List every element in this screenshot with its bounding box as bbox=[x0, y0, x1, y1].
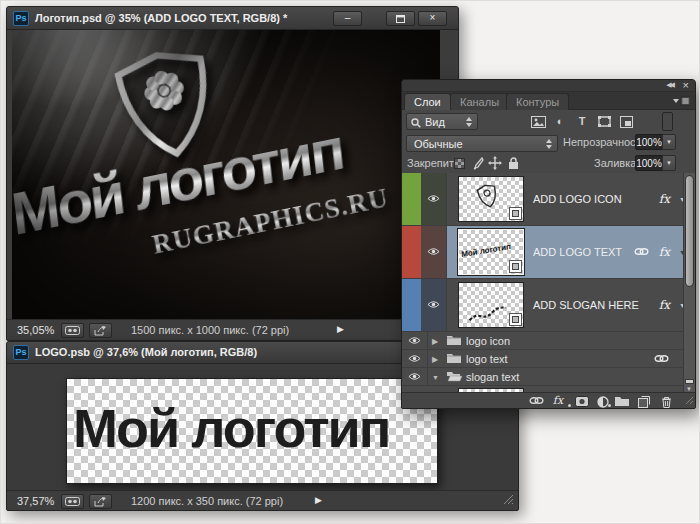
filter-pixel-layers-button[interactable] bbox=[529, 114, 547, 129]
layer-fx-indicator[interactable]: fx bbox=[659, 298, 670, 312]
new-group-button[interactable] bbox=[612, 394, 632, 408]
tab-paths[interactable]: Контуры bbox=[506, 93, 569, 110]
panel-close-icon[interactable]: × bbox=[683, 79, 689, 91]
visibility-cell[interactable] bbox=[421, 279, 447, 331]
filter-adjustment-layers-button[interactable]: ◐ bbox=[551, 114, 569, 129]
logo-text-black: Мой логотип bbox=[73, 397, 389, 459]
tab-channels[interactable]: Каналы bbox=[450, 93, 509, 110]
minibridge-button[interactable] bbox=[61, 323, 84, 338]
search-icon bbox=[411, 118, 421, 128]
layer-row-add-logo-icon[interactable]: ADD LOGO ICON fx ▼ bbox=[402, 173, 695, 226]
visibility-cell[interactable] bbox=[402, 332, 428, 349]
share-button[interactable] bbox=[89, 494, 112, 509]
layer-color-label bbox=[402, 226, 421, 278]
filter-toggle[interactable] bbox=[662, 112, 673, 131]
layer-thumbnail[interactable]: Мой логотип bbox=[458, 229, 524, 275]
group-expand-icon[interactable]: ▶ bbox=[432, 354, 438, 363]
adj-menu-dot bbox=[608, 404, 611, 407]
layer-name: ADD LOGO TEXT bbox=[533, 246, 622, 258]
smart-object-badge bbox=[509, 313, 522, 326]
layers-scrollbar[interactable]: ▼ bbox=[683, 173, 695, 392]
close-button[interactable]: × bbox=[418, 11, 447, 26]
maximize-button[interactable] bbox=[386, 11, 415, 26]
zoom-level-field[interactable]: 35,05% bbox=[17, 324, 54, 336]
window2-title: LOGO.psb @ 37,6% (Мой логотип, RGB/8) bbox=[35, 346, 257, 358]
group-expand-icon[interactable]: ▶ bbox=[432, 336, 438, 345]
photoshop-app-icon: Ps bbox=[13, 11, 29, 26]
layer-fx-indicator[interactable]: fx bbox=[659, 245, 670, 259]
lock-row: Закрепить: Заливка: 100% ▼ bbox=[402, 155, 695, 173]
window-resize-grip[interactable] bbox=[503, 494, 514, 507]
visibility-cell[interactable] bbox=[421, 173, 447, 225]
lock-position-icon[interactable] bbox=[488, 156, 502, 170]
open-folder-icon bbox=[446, 370, 463, 384]
layer-fx-indicator[interactable]: fx bbox=[659, 192, 670, 206]
share-button[interactable] bbox=[89, 323, 112, 338]
document2-dimensions: 1200 пикс. x 350 пикс. (72 ppi) bbox=[131, 495, 283, 507]
eye-icon bbox=[427, 300, 440, 309]
group-name: slogan text bbox=[466, 371, 519, 383]
visibility-cell[interactable] bbox=[402, 368, 428, 385]
group-row-slogan-text[interactable]: ▼ slogan text bbox=[402, 368, 695, 386]
minimize-button[interactable]: – bbox=[333, 11, 362, 26]
visibility-cell[interactable] bbox=[421, 226, 447, 278]
window1-statusbar: 35,05% 1500 пикс. x 1000 пикс. (72 ppi) … bbox=[7, 319, 458, 340]
eye-icon bbox=[427, 194, 440, 203]
layers-bottom-toolbar: fx bbox=[402, 392, 695, 408]
link-layers-button[interactable] bbox=[526, 394, 546, 408]
vignette bbox=[12, 30, 440, 320]
panel-header-bar[interactable]: ◀◀ × bbox=[402, 80, 695, 92]
new-layer-button[interactable] bbox=[634, 394, 654, 408]
filter-type-layers-button[interactable]: T bbox=[573, 114, 591, 129]
collapse-to-icons-icon[interactable]: ◀◀ bbox=[666, 81, 673, 89]
scrollbar-end bbox=[685, 379, 694, 384]
group-row-logo-icon[interactable]: ▶ logo icon bbox=[402, 332, 695, 350]
layer-color-label bbox=[402, 173, 421, 225]
eye-icon bbox=[408, 354, 421, 363]
fill-value-field[interactable]: 100% bbox=[635, 155, 663, 171]
layer-row-add-logo-text[interactable]: Мой логотип ADD LOGO TEXT fx ▼ bbox=[402, 226, 695, 279]
shield-thumb-icon bbox=[474, 181, 502, 213]
layer-thumbnail[interactable] bbox=[458, 282, 524, 328]
link-icon bbox=[634, 246, 649, 258]
lock-all-icon[interactable] bbox=[508, 156, 519, 170]
delete-layer-button[interactable] bbox=[656, 394, 676, 408]
fill-dropdown-arrow[interactable]: ▼ bbox=[662, 155, 676, 171]
tab-layers[interactable]: Слои bbox=[404, 93, 451, 110]
document-window-logotip: Ps Логотип.psd @ 35% (ADD LOGO TEXT, RGB… bbox=[6, 6, 459, 341]
blend-mode-dropdown[interactable]: Обычные bbox=[406, 135, 558, 152]
filter-kind-dropdown[interactable]: Вид bbox=[406, 113, 478, 130]
screenshot-root: Ps Логотип.psd @ 35% (ADD LOGO TEXT, RGB… bbox=[0, 0, 700, 524]
visibility-cell[interactable] bbox=[402, 350, 428, 367]
filter-shape-layers-button[interactable] bbox=[595, 114, 613, 129]
panel-menu-icon[interactable] bbox=[673, 96, 690, 108]
status-options-arrow[interactable]: ▶ bbox=[337, 324, 344, 334]
document1-canvas[interactable]: Мой логотип RUGRAPHICS.RU bbox=[12, 30, 440, 320]
filter-kind-label: Вид bbox=[425, 116, 445, 128]
layer-row-add-slogan-here[interactable]: ADD SLOGAN HERE fx ▼ bbox=[402, 279, 695, 332]
eye-icon bbox=[408, 336, 421, 345]
minibridge-button[interactable] bbox=[61, 494, 84, 509]
group-name: logo text bbox=[466, 353, 508, 365]
shape-icon bbox=[598, 116, 611, 127]
add-layer-mask-button[interactable] bbox=[572, 394, 592, 408]
document2-canvas[interactable]: Мой логотип bbox=[66, 378, 438, 484]
scrollbar-thumb[interactable] bbox=[685, 175, 694, 287]
group-collapse-icon[interactable]: ▼ bbox=[432, 373, 439, 380]
opacity-value-field[interactable]: 100% bbox=[635, 134, 663, 150]
thumb-logo-text: Мой логотип bbox=[461, 242, 511, 259]
lock-pixels-icon[interactable] bbox=[471, 156, 484, 170]
filter-smart-objects-button[interactable] bbox=[617, 114, 635, 129]
smart-object-icon bbox=[620, 116, 633, 128]
panel-resize-grip[interactable] bbox=[685, 395, 694, 407]
group-row-logo-text[interactable]: ▶ logo text bbox=[402, 350, 695, 368]
add-layer-style-button[interactable]: fx bbox=[548, 394, 568, 408]
folder-icon bbox=[614, 396, 630, 407]
lock-transparency-icon[interactable] bbox=[454, 158, 465, 169]
layer-thumbnail[interactable] bbox=[458, 176, 524, 222]
zoom-level-field[interactable]: 37,57% bbox=[17, 495, 54, 507]
status-options-arrow[interactable]: ▶ bbox=[315, 495, 322, 505]
window1-titlebar[interactable]: Ps Логотип.psd @ 35% (ADD LOGO TEXT, RGB… bbox=[7, 7, 458, 30]
new-layer-icon bbox=[638, 396, 650, 408]
opacity-dropdown-arrow[interactable]: ▼ bbox=[662, 134, 676, 150]
